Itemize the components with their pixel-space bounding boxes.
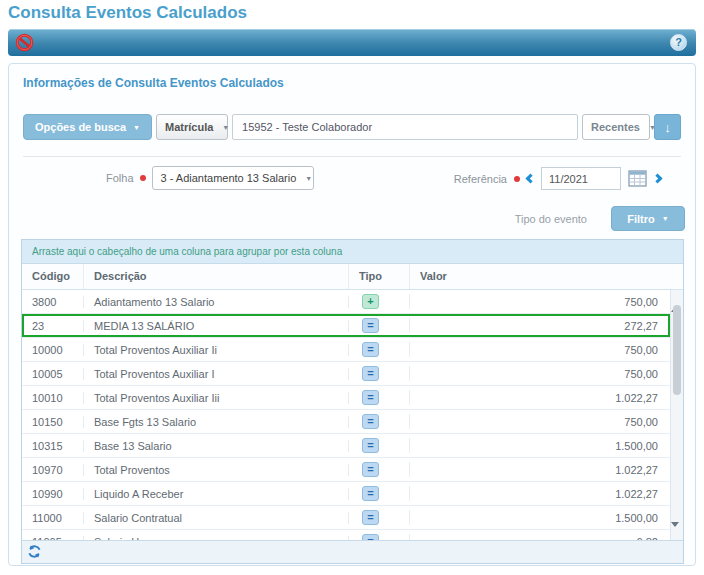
events-table: Arraste aqui o cabeçalho de uma coluna p… bbox=[21, 239, 684, 564]
event-type-equals-icon[interactable]: = bbox=[362, 414, 379, 429]
column-header-codigo[interactable]: Código bbox=[22, 264, 84, 289]
next-month-icon[interactable] bbox=[653, 174, 663, 184]
main-panel: Informações de Consulta Eventos Calculad… bbox=[8, 63, 696, 566]
block-icon[interactable] bbox=[15, 33, 34, 52]
arrow-down-icon: ↓ bbox=[664, 120, 671, 135]
event-type-equals-icon[interactable]: = bbox=[362, 510, 379, 525]
cell-codigo: 10005 bbox=[22, 368, 84, 380]
calendar-icon[interactable] bbox=[628, 170, 647, 187]
scroll-down-icon[interactable] bbox=[671, 527, 683, 540]
help-icon[interactable]: ? bbox=[670, 34, 687, 51]
cell-valor: 750,00 bbox=[410, 296, 670, 308]
event-type-equals-icon[interactable]: = bbox=[362, 462, 379, 477]
table-row[interactable]: 10970Total Proventos=1.022,27 bbox=[22, 458, 670, 482]
cell-codigo: 3800 bbox=[22, 296, 84, 308]
scrollbar-thumb[interactable] bbox=[673, 305, 681, 395]
chevron-down-icon: ▼ bbox=[662, 215, 669, 222]
filtro-button[interactable]: Filtro ▼ bbox=[611, 206, 685, 231]
table-row[interactable]: 10150Base Fgts 13 Salario=750,00 bbox=[22, 410, 670, 434]
refresh-icon[interactable] bbox=[27, 544, 43, 560]
cell-codigo: 10150 bbox=[22, 416, 84, 428]
search-input[interactable] bbox=[232, 114, 578, 140]
table-row[interactable]: 11000Salario Contratual=1.500,00 bbox=[22, 506, 670, 530]
event-type-equals-icon[interactable]: = bbox=[362, 534, 379, 540]
referencia-input[interactable] bbox=[541, 167, 621, 190]
folha-dropdown[interactable]: 3 - Adiantamento 13 Salario ▼ bbox=[152, 166, 314, 190]
table-row[interactable]: 10005Total Proventos Auxiliar I=750,00 bbox=[22, 362, 670, 386]
cell-valor: 1.500,00 bbox=[410, 440, 670, 452]
event-type-equals-icon[interactable]: = bbox=[362, 366, 379, 381]
event-type-equals-icon[interactable]: = bbox=[362, 486, 379, 501]
required-indicator bbox=[514, 176, 520, 182]
cell-valor: 750,00 bbox=[410, 344, 670, 356]
cell-codigo: 10315 bbox=[22, 440, 84, 452]
cell-descricao: Total Proventos bbox=[84, 464, 349, 476]
search-options-label: Opções de busca bbox=[35, 121, 126, 133]
cell-descricao: Liquido A Receber bbox=[84, 488, 349, 500]
cell-tipo: = bbox=[349, 342, 410, 357]
referencia-label: Referência bbox=[454, 173, 507, 185]
table-row[interactable]: 11005Salario Hora=6,82 bbox=[22, 530, 670, 540]
table-header: Código Descrição Tipo Valor bbox=[22, 264, 683, 290]
folha-value: 3 - Adiantamento 13 Salario bbox=[161, 172, 297, 184]
scroll-up-icon[interactable] bbox=[671, 290, 683, 303]
search-submit-button[interactable]: ↓ bbox=[654, 114, 681, 140]
column-header-tipo[interactable]: Tipo bbox=[349, 264, 410, 289]
group-by-hint[interactable]: Arraste aqui o cabeçalho de uma coluna p… bbox=[22, 240, 683, 264]
cell-valor: 1.500,00 bbox=[410, 512, 670, 524]
table-row[interactable]: 3800Adiantamento 13 Salario+750,00 bbox=[22, 290, 670, 314]
search-field-label: Matrícula bbox=[165, 121, 213, 133]
cell-valor: 1.022,27 bbox=[410, 488, 670, 500]
prohibition-icon bbox=[15, 33, 34, 52]
cell-tipo: = bbox=[349, 486, 410, 501]
cell-tipo: = bbox=[349, 390, 410, 405]
cell-descricao: Base 13 Salario bbox=[84, 440, 349, 452]
cell-valor: 750,00 bbox=[410, 368, 670, 380]
cell-descricao: Total Proventos Auxiliar Ii bbox=[84, 344, 349, 356]
event-type-equals-icon[interactable]: = bbox=[362, 318, 379, 333]
chevron-down-icon: ▼ bbox=[133, 124, 140, 131]
table-row[interactable]: 10010Total Proventos Auxiliar Iii=1.022,… bbox=[22, 386, 670, 410]
table-row[interactable]: 10315Base 13 Salario=1.500,00 bbox=[22, 434, 670, 458]
cell-codigo: 11005 bbox=[22, 536, 84, 541]
cell-codigo: 10010 bbox=[22, 392, 84, 404]
cell-tipo: + bbox=[349, 294, 410, 309]
previous-month-icon[interactable] bbox=[526, 174, 536, 184]
cell-codigo: 10000 bbox=[22, 344, 84, 356]
divider bbox=[23, 156, 681, 157]
column-header-valor[interactable]: Valor bbox=[410, 264, 670, 289]
recents-dropdown[interactable]: Recentes ▼ bbox=[582, 114, 650, 140]
cell-codigo: 10970 bbox=[22, 464, 84, 476]
vertical-scrollbar[interactable] bbox=[670, 290, 683, 540]
filtro-label: Filtro bbox=[627, 213, 655, 225]
column-header-descricao[interactable]: Descrição bbox=[84, 264, 349, 289]
search-field-selector[interactable]: Matrícula ▼ bbox=[156, 114, 228, 140]
folha-label: Folha bbox=[106, 172, 134, 184]
table-row-selected[interactable]: 23MEDIA 13 SALÁRIO=272,27 bbox=[22, 314, 670, 338]
event-type-plus-icon[interactable]: + bbox=[362, 294, 379, 309]
table-row[interactable]: 10000Total Proventos Auxiliar Ii=750,00 bbox=[22, 338, 670, 362]
search-row: Opções de busca ▼ Matrícula ▼ Recentes ▼… bbox=[23, 114, 681, 140]
table-row[interactable]: 10990Liquido A Receber=1.022,27 bbox=[22, 482, 670, 506]
cell-descricao: Base Fgts 13 Salario bbox=[84, 416, 349, 428]
event-type-equals-icon[interactable]: = bbox=[362, 438, 379, 453]
cell-tipo: = bbox=[349, 534, 410, 540]
cell-codigo: 10990 bbox=[22, 488, 84, 500]
cell-codigo: 23 bbox=[22, 320, 84, 332]
cell-valor: 1.022,27 bbox=[410, 464, 670, 476]
table-footer bbox=[22, 540, 683, 563]
cell-descricao: MEDIA 13 SALÁRIO bbox=[84, 320, 349, 332]
cell-tipo: = bbox=[349, 510, 410, 525]
recents-label: Recentes bbox=[591, 121, 640, 133]
cell-tipo: = bbox=[349, 438, 410, 453]
toolbar: ? bbox=[8, 29, 696, 56]
referencia-field: Referência bbox=[454, 167, 661, 190]
cell-tipo: = bbox=[349, 366, 410, 381]
event-type-equals-icon[interactable]: = bbox=[362, 342, 379, 357]
search-options-button[interactable]: Opções de busca ▼ bbox=[23, 114, 152, 140]
event-type-equals-icon[interactable]: = bbox=[362, 390, 379, 405]
chevron-down-icon: ▼ bbox=[222, 124, 229, 131]
cell-valor: 272,27 bbox=[410, 320, 670, 332]
cell-tipo: = bbox=[349, 414, 410, 429]
cell-descricao: Total Proventos Auxiliar Iii bbox=[84, 392, 349, 404]
